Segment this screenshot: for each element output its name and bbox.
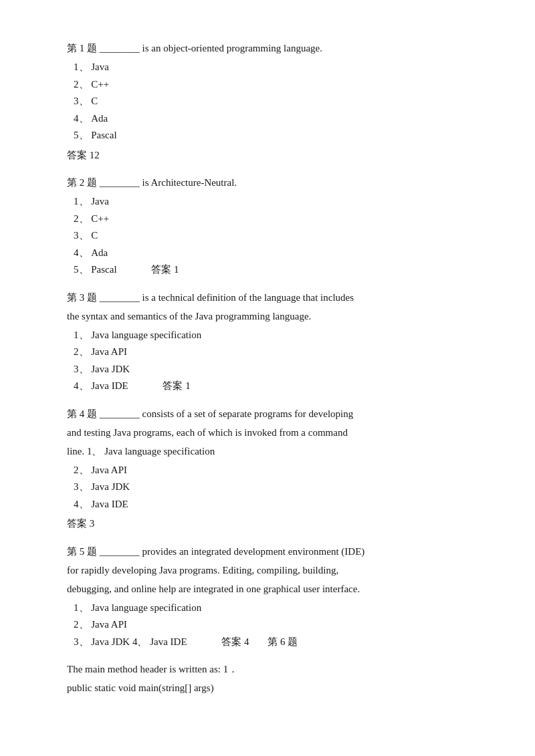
q5-opt3-and-4: 3、 Java JDK 4、 Java IDE 答案 4 第 6 题	[74, 634, 468, 651]
q3-text2: the syntax and semantics of the Java pro…	[67, 308, 468, 324]
q3-opt2: 2、 Java API	[74, 344, 468, 361]
question-6: The main method header is written as: 1．…	[67, 661, 468, 696]
q4-title: 第 4 题 ________ consists of a set of sepa…	[67, 406, 468, 422]
q3-prefix: 第 3 题	[67, 292, 97, 303]
q5-prefix: 第 5 题	[67, 546, 97, 557]
q6-text2: public static void main(string[] args)	[67, 680, 468, 696]
q4-opt3: 3、 Java JDK	[74, 479, 468, 496]
q2-opt5: 5、 Pascal 答案 1	[74, 261, 468, 279]
q1-answer: 答案 12	[67, 147, 468, 164]
q5-opt1: 1、 Java language specification	[74, 600, 468, 617]
q1-prefix: 第 1 题	[67, 43, 97, 53]
q3-opt4: 4、 Java IDE 答案 1	[74, 378, 468, 395]
question-3: 第 3 题 ________ is a technical definition…	[67, 289, 468, 395]
q2-options: 1、 Java 2、 C++ 3、 C 4、 Ada 5、 Pascal 答案 …	[74, 193, 468, 279]
q5-text: provides an integrated development envir…	[142, 546, 365, 557]
q4-text: consists of a set of separate programs f…	[142, 408, 354, 419]
question-2: 第 2 题 ________ is Architecture-Neutral. …	[67, 174, 468, 279]
q5-text2: for rapidly developing Java programs. Ed…	[67, 562, 468, 578]
q4-prefix: 第 4 题	[67, 408, 97, 419]
q2-answer: 答案 1	[151, 264, 179, 275]
q6-title: The main method header is written as: 1．	[67, 661, 468, 677]
q6-prefix-inline: 第 6 题	[268, 636, 298, 647]
q4-answer: 答案 3	[67, 515, 468, 533]
question-4: 第 4 题 ________ consists of a set of sepa…	[67, 406, 468, 533]
q5-opt2: 2、 Java API	[74, 616, 468, 634]
q1-blank: ________	[100, 43, 140, 53]
q2-text: is Architecture-Neutral.	[142, 177, 237, 188]
page-content: 第 1 题 ________ is an object-oriented pro…	[67, 40, 468, 696]
q5-title: 第 5 题 ________ provides an integrated de…	[67, 543, 468, 559]
q1-options: 1、 Java 2、 C++ 3、 C 4、 Ada 5、 Pascal	[74, 59, 468, 144]
q2-opt4: 4、 Ada	[74, 245, 468, 262]
q3-title: 第 3 题 ________ is a technical definition…	[67, 289, 468, 305]
q2-title: 第 2 题 ________ is Architecture-Neutral.	[67, 174, 468, 191]
question-5: 第 5 题 ________ provides an integrated de…	[67, 543, 468, 651]
q1-opt5: 5、 Pascal	[74, 127, 468, 144]
q1-opt3: 3、 C	[74, 93, 468, 110]
q2-opt2: 2、 C++	[74, 211, 468, 228]
q5-answer: 答案 4	[221, 636, 249, 647]
q3-options: 1、 Java language specification 2、 Java A…	[74, 327, 468, 395]
q2-blank: ________	[100, 177, 140, 188]
q1-title: 第 1 题 ________ is an object-oriented pro…	[67, 40, 468, 56]
question-1: 第 1 题 ________ is an object-oriented pro…	[67, 40, 468, 164]
q5-options: 1、 Java language specification 2、 Java A…	[74, 600, 468, 651]
q2-prefix: 第 2 题	[67, 177, 97, 188]
q2-opt1: 1、 Java	[74, 193, 468, 211]
q1-opt1: 1、 Java	[74, 59, 468, 76]
q3-answer: 答案 1	[163, 380, 190, 391]
q5-text3: debugging, and online help are integrate…	[67, 581, 468, 597]
q4-blank: ________	[100, 408, 140, 419]
q1-opt4: 4、 Ada	[74, 110, 468, 128]
q3-opt1: 1、 Java language specification	[74, 327, 468, 344]
q5-blank: ________	[100, 546, 140, 557]
q3-blank: ________	[100, 292, 140, 303]
q1-opt2: 2、 C++	[74, 76, 468, 94]
q4-text3: line. 1、 Java language specification	[67, 443, 468, 459]
q3-opt3: 3、 Java JDK	[74, 361, 468, 378]
q4-text2: and testing Java programs, each of which…	[67, 424, 468, 440]
q1-text: is an object-oriented programming langua…	[142, 43, 323, 53]
q4-opt4: 4、 Java IDE	[74, 496, 468, 513]
q3-text: is a technical definition of the languag…	[142, 292, 354, 303]
q2-opt3: 3、 C	[74, 227, 468, 245]
q4-options: 2、 Java API 3、 Java JDK 4、 Java IDE	[74, 462, 468, 513]
q4-opt2: 2、 Java API	[74, 462, 468, 479]
